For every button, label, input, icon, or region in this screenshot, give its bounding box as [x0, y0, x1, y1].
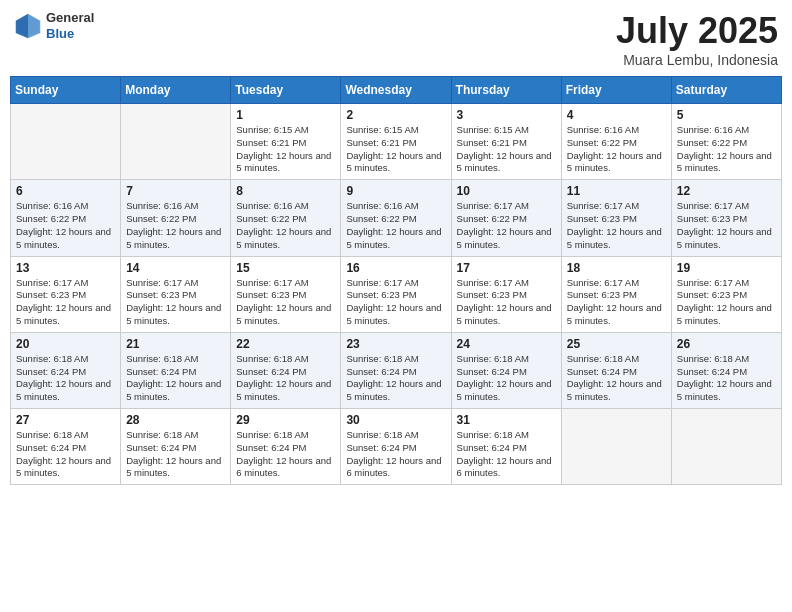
day-number: 23 — [346, 337, 445, 351]
table-row: 12Sunrise: 6:17 AMSunset: 6:23 PMDayligh… — [671, 180, 781, 256]
day-number: 24 — [457, 337, 556, 351]
title-block: July 2025 Muara Lembu, Indonesia — [616, 10, 778, 68]
day-info: Sunrise: 6:17 AMSunset: 6:23 PMDaylight:… — [457, 277, 556, 328]
page-header: General Blue July 2025 Muara Lembu, Indo… — [10, 10, 782, 68]
day-number: 25 — [567, 337, 666, 351]
day-number: 20 — [16, 337, 115, 351]
header-tuesday: Tuesday — [231, 77, 341, 104]
table-row: 9Sunrise: 6:16 AMSunset: 6:22 PMDaylight… — [341, 180, 451, 256]
day-info: Sunrise: 6:18 AMSunset: 6:24 PMDaylight:… — [457, 353, 556, 404]
svg-marker-2 — [16, 13, 28, 38]
table-row: 27Sunrise: 6:18 AMSunset: 6:24 PMDayligh… — [11, 409, 121, 485]
header-sunday: Sunday — [11, 77, 121, 104]
table-row: 26Sunrise: 6:18 AMSunset: 6:24 PMDayligh… — [671, 332, 781, 408]
logo: General Blue — [14, 10, 94, 41]
table-row: 28Sunrise: 6:18 AMSunset: 6:24 PMDayligh… — [121, 409, 231, 485]
day-info: Sunrise: 6:18 AMSunset: 6:24 PMDaylight:… — [567, 353, 666, 404]
header-saturday: Saturday — [671, 77, 781, 104]
day-info: Sunrise: 6:18 AMSunset: 6:24 PMDaylight:… — [346, 353, 445, 404]
day-info: Sunrise: 6:18 AMSunset: 6:24 PMDaylight:… — [16, 429, 115, 480]
logo-icon — [14, 12, 42, 40]
day-number: 8 — [236, 184, 335, 198]
table-row: 4Sunrise: 6:16 AMSunset: 6:22 PMDaylight… — [561, 104, 671, 180]
day-info: Sunrise: 6:16 AMSunset: 6:22 PMDaylight:… — [567, 124, 666, 175]
table-row: 10Sunrise: 6:17 AMSunset: 6:22 PMDayligh… — [451, 180, 561, 256]
header-monday: Monday — [121, 77, 231, 104]
day-info: Sunrise: 6:15 AMSunset: 6:21 PMDaylight:… — [457, 124, 556, 175]
table-row: 5Sunrise: 6:16 AMSunset: 6:22 PMDaylight… — [671, 104, 781, 180]
day-info: Sunrise: 6:17 AMSunset: 6:23 PMDaylight:… — [677, 277, 776, 328]
header-wednesday: Wednesday — [341, 77, 451, 104]
table-row: 30Sunrise: 6:18 AMSunset: 6:24 PMDayligh… — [341, 409, 451, 485]
day-info: Sunrise: 6:17 AMSunset: 6:23 PMDaylight:… — [346, 277, 445, 328]
table-row: 16Sunrise: 6:17 AMSunset: 6:23 PMDayligh… — [341, 256, 451, 332]
day-info: Sunrise: 6:18 AMSunset: 6:24 PMDaylight:… — [126, 353, 225, 404]
day-number: 21 — [126, 337, 225, 351]
table-row: 15Sunrise: 6:17 AMSunset: 6:23 PMDayligh… — [231, 256, 341, 332]
day-info: Sunrise: 6:17 AMSunset: 6:22 PMDaylight:… — [457, 200, 556, 251]
logo-general: General — [46, 10, 94, 26]
day-info: Sunrise: 6:17 AMSunset: 6:23 PMDaylight:… — [567, 277, 666, 328]
day-info: Sunrise: 6:16 AMSunset: 6:22 PMDaylight:… — [677, 124, 776, 175]
day-number: 6 — [16, 184, 115, 198]
table-row: 24Sunrise: 6:18 AMSunset: 6:24 PMDayligh… — [451, 332, 561, 408]
day-number: 27 — [16, 413, 115, 427]
day-info: Sunrise: 6:17 AMSunset: 6:23 PMDaylight:… — [16, 277, 115, 328]
day-number: 30 — [346, 413, 445, 427]
table-row: 18Sunrise: 6:17 AMSunset: 6:23 PMDayligh… — [561, 256, 671, 332]
table-row: 22Sunrise: 6:18 AMSunset: 6:24 PMDayligh… — [231, 332, 341, 408]
day-number: 12 — [677, 184, 776, 198]
day-number: 28 — [126, 413, 225, 427]
day-number: 5 — [677, 108, 776, 122]
table-row: 19Sunrise: 6:17 AMSunset: 6:23 PMDayligh… — [671, 256, 781, 332]
day-number: 10 — [457, 184, 556, 198]
table-row: 8Sunrise: 6:16 AMSunset: 6:22 PMDaylight… — [231, 180, 341, 256]
day-number: 19 — [677, 261, 776, 275]
day-number: 17 — [457, 261, 556, 275]
table-row: 13Sunrise: 6:17 AMSunset: 6:23 PMDayligh… — [11, 256, 121, 332]
day-info: Sunrise: 6:18 AMSunset: 6:24 PMDaylight:… — [16, 353, 115, 404]
day-info: Sunrise: 6:18 AMSunset: 6:24 PMDaylight:… — [677, 353, 776, 404]
header-friday: Friday — [561, 77, 671, 104]
day-info: Sunrise: 6:15 AMSunset: 6:21 PMDaylight:… — [346, 124, 445, 175]
logo-text: General Blue — [46, 10, 94, 41]
table-row: 1Sunrise: 6:15 AMSunset: 6:21 PMDaylight… — [231, 104, 341, 180]
logo-blue: Blue — [46, 26, 94, 42]
calendar-week-row: 27Sunrise: 6:18 AMSunset: 6:24 PMDayligh… — [11, 409, 782, 485]
table-row: 25Sunrise: 6:18 AMSunset: 6:24 PMDayligh… — [561, 332, 671, 408]
day-number: 16 — [346, 261, 445, 275]
day-info: Sunrise: 6:17 AMSunset: 6:23 PMDaylight:… — [567, 200, 666, 251]
day-number: 22 — [236, 337, 335, 351]
weekday-header-row: Sunday Monday Tuesday Wednesday Thursday… — [11, 77, 782, 104]
day-info: Sunrise: 6:18 AMSunset: 6:24 PMDaylight:… — [236, 429, 335, 480]
table-row: 14Sunrise: 6:17 AMSunset: 6:23 PMDayligh… — [121, 256, 231, 332]
day-info: Sunrise: 6:17 AMSunset: 6:23 PMDaylight:… — [236, 277, 335, 328]
day-number: 18 — [567, 261, 666, 275]
day-info: Sunrise: 6:16 AMSunset: 6:22 PMDaylight:… — [346, 200, 445, 251]
day-info: Sunrise: 6:18 AMSunset: 6:24 PMDaylight:… — [126, 429, 225, 480]
day-number: 26 — [677, 337, 776, 351]
calendar-week-row: 20Sunrise: 6:18 AMSunset: 6:24 PMDayligh… — [11, 332, 782, 408]
table-row: 20Sunrise: 6:18 AMSunset: 6:24 PMDayligh… — [11, 332, 121, 408]
day-info: Sunrise: 6:18 AMSunset: 6:24 PMDaylight:… — [236, 353, 335, 404]
header-thursday: Thursday — [451, 77, 561, 104]
table-row: 7Sunrise: 6:16 AMSunset: 6:22 PMDaylight… — [121, 180, 231, 256]
day-info: Sunrise: 6:17 AMSunset: 6:23 PMDaylight:… — [677, 200, 776, 251]
day-number: 13 — [16, 261, 115, 275]
table-row — [561, 409, 671, 485]
table-row: 31Sunrise: 6:18 AMSunset: 6:24 PMDayligh… — [451, 409, 561, 485]
day-number: 29 — [236, 413, 335, 427]
day-number: 3 — [457, 108, 556, 122]
table-row: 11Sunrise: 6:17 AMSunset: 6:23 PMDayligh… — [561, 180, 671, 256]
table-row: 21Sunrise: 6:18 AMSunset: 6:24 PMDayligh… — [121, 332, 231, 408]
day-number: 14 — [126, 261, 225, 275]
table-row: 6Sunrise: 6:16 AMSunset: 6:22 PMDaylight… — [11, 180, 121, 256]
day-info: Sunrise: 6:17 AMSunset: 6:23 PMDaylight:… — [126, 277, 225, 328]
day-info: Sunrise: 6:16 AMSunset: 6:22 PMDaylight:… — [16, 200, 115, 251]
day-number: 9 — [346, 184, 445, 198]
calendar-table: Sunday Monday Tuesday Wednesday Thursday… — [10, 76, 782, 485]
day-number: 2 — [346, 108, 445, 122]
day-number: 15 — [236, 261, 335, 275]
day-info: Sunrise: 6:18 AMSunset: 6:24 PMDaylight:… — [457, 429, 556, 480]
calendar-week-row: 1Sunrise: 6:15 AMSunset: 6:21 PMDaylight… — [11, 104, 782, 180]
